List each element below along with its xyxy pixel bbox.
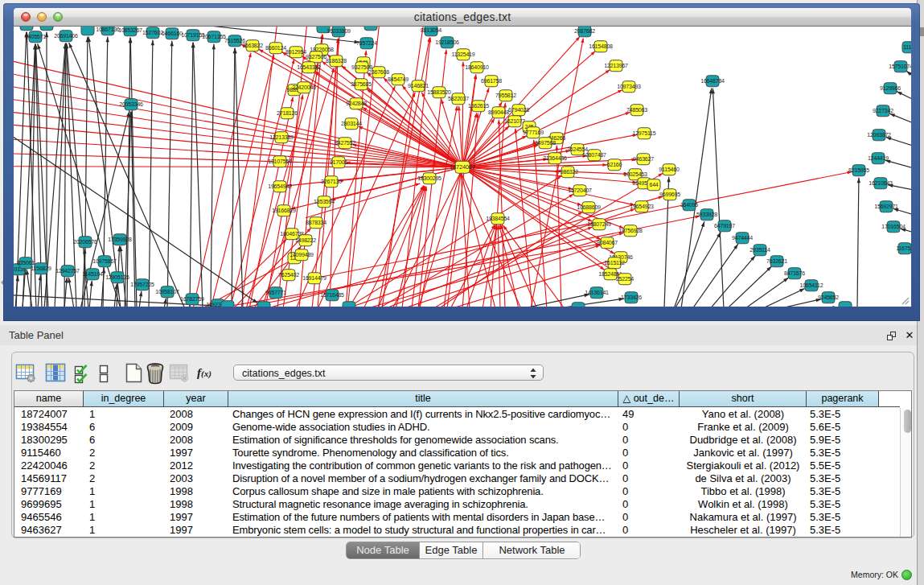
- graph-node[interactable]: [221, 300, 234, 307]
- cell-year: 2008: [164, 408, 228, 421]
- graph-node[interactable]: [839, 301, 852, 307]
- graph-edge[interactable]: [396, 186, 425, 307]
- graph-edge[interactable]: [190, 42, 193, 307]
- node-label: 10107554: [268, 159, 292, 164]
- tab-edge-table[interactable]: Edge Table: [419, 542, 483, 558]
- gutter-handle[interactable]: [920, 27, 924, 36]
- table-row[interactable]: 946554611997Estimation of the future num…: [14, 511, 900, 524]
- graph-node[interactable]: [257, 301, 270, 307]
- delete-column-icon[interactable]: [144, 361, 166, 385]
- graph-node[interactable]: [40, 27, 53, 31]
- node-label: 18807249: [587, 221, 611, 227]
- window-title-bar[interactable]: citations_edges.txt: [14, 8, 911, 27]
- node-label: 9777169: [523, 130, 544, 135]
- scrollbar-thumb[interactable]: [904, 410, 911, 433]
- column-header-title[interactable]: title: [228, 391, 618, 407]
- table-row[interactable]: 911546021997Tourette syndrome. Phenomeno…: [14, 447, 900, 459]
- graph-edge[interactable]: [84, 36, 88, 307]
- table-row[interactable]: 946362711997Embryonic stem cells: a mode…: [14, 524, 900, 537]
- graph-edge[interactable]: [462, 74, 476, 167]
- table-row[interactable]: 1938455462009Genome-wide association stu…: [14, 421, 900, 434]
- node-label: 7857224: [356, 40, 377, 46]
- graph-edge[interactable]: [392, 171, 461, 307]
- graph-edge[interactable]: [710, 255, 755, 307]
- table-settings-icon[interactable]: [14, 361, 37, 385]
- resize-grip-icon[interactable]: [901, 296, 910, 305]
- graph-edge[interactable]: [778, 299, 821, 307]
- edge-arrowhead: [667, 176, 670, 182]
- node-label: 9657771: [265, 290, 286, 295]
- graph-node[interactable]: [572, 302, 585, 307]
- table-row[interactable]: 1830029562008Estimation of significance …: [14, 434, 900, 447]
- delete-table-icon[interactable]: [168, 361, 191, 385]
- cell-outde: 0: [618, 459, 680, 472]
- graph-edge[interactable]: [675, 232, 721, 307]
- table-row[interactable]: 1456911722003Disruption of a novel membe…: [14, 472, 900, 485]
- function-builder-icon[interactable]: f(x): [197, 361, 220, 385]
- graph-edge[interactable]: [211, 43, 214, 307]
- graph-edge[interactable]: [363, 185, 425, 307]
- new-column-icon[interactable]: [122, 361, 145, 385]
- cell-indegree: 2: [84, 447, 164, 459]
- table-selector-dropdown[interactable]: citations_edges.txt: [233, 365, 544, 381]
- node-label: 21364436: [543, 155, 567, 161]
- graph-edge[interactable]: [149, 39, 153, 307]
- citation-graph[interactable]: 1405571206914061086713610853267152760264…: [14, 27, 911, 307]
- node-label: 1615112: [604, 260, 625, 266]
- column-header-indegree[interactable]: in_degree: [84, 391, 164, 407]
- graph-edge[interactable]: [14, 166, 462, 167]
- column-header-pagerank[interactable]: pagerank: [807, 391, 879, 407]
- graph-edge[interactable]: [402, 245, 600, 307]
- cell-indegree: 6: [84, 421, 164, 434]
- close-icon[interactable]: ✕: [904, 330, 915, 341]
- graph-edge[interactable]: [745, 277, 789, 307]
- table-row[interactable]: 969969511998Structural magnetic resonanc…: [14, 498, 900, 511]
- column-header-outde[interactable]: △ out_de…: [618, 391, 680, 407]
- graph-edge[interactable]: [674, 221, 704, 307]
- table-row[interactable]: 1872400712008Changes of HCN gene express…: [14, 408, 900, 421]
- column-header-year[interactable]: year: [164, 391, 228, 407]
- table-rows: 1872400712008Changes of HCN gene express…: [14, 408, 900, 537]
- graph-edge[interactable]: [857, 177, 859, 307]
- network-canvas[interactable]: 1405571206914061086713610853267152760264…: [14, 27, 911, 307]
- graph-edge[interactable]: [235, 47, 243, 307]
- graph-edge[interactable]: [130, 37, 137, 307]
- float-window-icon[interactable]: [886, 331, 897, 341]
- node-label: 12975115: [632, 130, 655, 136]
- graph-edge[interactable]: [193, 42, 203, 307]
- show-column-icon[interactable]: [44, 361, 67, 385]
- cell-year: 1997: [164, 524, 228, 537]
- graph-edge[interactable]: [727, 266, 772, 307]
- graph-edge[interactable]: [462, 61, 463, 167]
- unselect-all-icon[interactable]: [92, 361, 115, 385]
- tab-node-table[interactable]: Node Table: [347, 542, 419, 558]
- vertical-scrollbar[interactable]: [900, 408, 911, 537]
- node-label: 8878334: [306, 220, 326, 225]
- column-header-short[interactable]: short: [680, 391, 807, 407]
- graph-node[interactable]: [20, 27, 33, 31]
- node-label: 12093872: [867, 132, 891, 138]
- graph-edge[interactable]: [211, 55, 274, 307]
- column-header-name[interactable]: name: [14, 391, 84, 407]
- graph-node[interactable]: [364, 27, 377, 31]
- graph-node[interactable]: [81, 27, 94, 35]
- graph-edge[interactable]: [692, 244, 738, 307]
- graph-edge[interactable]: [318, 38, 338, 307]
- cell-outde: 0: [618, 447, 680, 459]
- table-row[interactable]: 2242004622012Investigating the contribut…: [14, 459, 900, 472]
- edge-arrowhead: [857, 177, 860, 183]
- node-label: 8186328: [326, 58, 347, 64]
- node-label: 17359928: [108, 237, 132, 242]
- edge-arrowhead: [618, 89, 622, 93]
- graph-edge[interactable]: [378, 194, 573, 307]
- select-all-icon[interactable]: [72, 361, 95, 385]
- graph-edge[interactable]: [167, 40, 172, 307]
- node-label: 835061: [17, 260, 35, 266]
- node-label: 12213967: [604, 63, 628, 68]
- graph-edge[interactable]: [232, 47, 235, 307]
- table-row[interactable]: 977716911998Corpus callosum shape and si…: [14, 485, 900, 498]
- tab-network-table[interactable]: Network Table: [484, 542, 580, 558]
- graph-node[interactable]: [343, 301, 355, 307]
- graph-edge[interactable]: [433, 173, 663, 307]
- graph-edge[interactable]: [462, 167, 561, 171]
